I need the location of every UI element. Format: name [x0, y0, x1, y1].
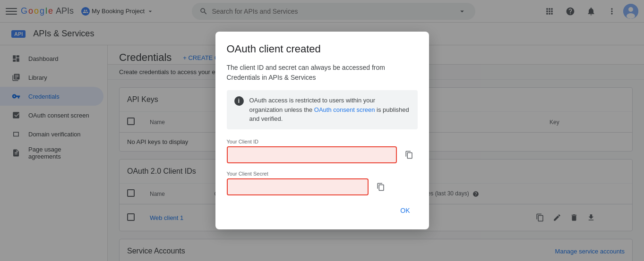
dialog-overlay: OAuth client created The client ID and s… — [0, 0, 644, 261]
dialog-body: The client ID and secret can always be a… — [227, 63, 418, 83]
dialog-actions: OK — [227, 203, 418, 218]
client-secret-input-row — [227, 178, 418, 195]
client-id-field: Your Client ID — [227, 139, 418, 163]
copy-client-id-button[interactable] — [401, 146, 418, 163]
dialog-title: OAuth client created — [227, 43, 418, 55]
ok-button[interactable]: OK — [393, 203, 417, 218]
client-secret-label: Your Client Secret — [227, 171, 418, 177]
dialog-info-box: i OAuth access is restricted to users wi… — [227, 90, 418, 129]
copy-client-secret-button[interactable] — [372, 178, 389, 195]
info-icon: i — [234, 96, 244, 106]
client-id-label: Your Client ID — [227, 139, 418, 144]
client-secret-input — [227, 178, 369, 195]
client-secret-field: Your Client Secret — [227, 171, 418, 195]
dialog-info-text: OAuth access is restricted to users with… — [249, 96, 410, 124]
oauth-consent-screen-link[interactable]: OAuth consent screen — [314, 106, 375, 113]
client-id-input — [227, 146, 397, 163]
client-id-input-row — [227, 146, 418, 163]
oauth-created-dialog: OAuth client created The client ID and s… — [215, 32, 429, 229]
